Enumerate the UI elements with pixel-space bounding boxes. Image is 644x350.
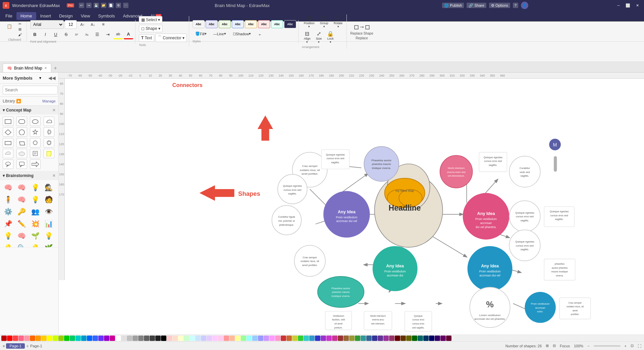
text-node-bottom-3[interactable]: Quisque cursus eros cursus-eros sed sagi… [405, 311, 432, 332]
size-button[interactable]: ⤢ Size ▾ [314, 30, 324, 44]
color-swatch[interactable] [349, 336, 355, 341]
bullet-list-button[interactable]: ☰ [93, 30, 102, 39]
page-tab-button[interactable]: Page-1 [6, 343, 24, 349]
plant-icon[interactable]: 🌱 [30, 230, 41, 241]
color-swatch[interactable] [258, 336, 263, 341]
color-swatch[interactable] [98, 336, 104, 341]
node-s4[interactable]: Curabitur ligula est, pulvinar ut pellen… [272, 206, 302, 235]
menu-home[interactable]: Home [16, 12, 36, 20]
menu-insert[interactable]: Insert [36, 12, 55, 20]
increase-font-button[interactable]: A↑ [78, 20, 87, 29]
shape-star[interactable] [30, 127, 41, 137]
redo-button[interactable]: ↪ [86, 3, 92, 8]
text-node-3[interactable]: Quisque egestas cursus eros sed sagittis… [544, 207, 574, 227]
color-swatch[interactable] [132, 336, 138, 341]
color-swatch[interactable] [361, 336, 366, 341]
shape-circle[interactable] [16, 127, 27, 137]
add-page-button[interactable]: + [26, 343, 29, 349]
color-swatch[interactable] [41, 336, 47, 341]
node-n3[interactable]: Any Idea Proin vestibulum accmsan dui [373, 246, 418, 291]
lightbulb-icon-3[interactable]: 💡 [3, 230, 13, 241]
node-s10[interactable]: Phasellus auctor pharetrs mauris trostiq… [318, 276, 364, 307]
shape-oval2[interactable] [16, 149, 27, 158]
person-icon-2[interactable]: 🧍 [3, 194, 13, 205]
underline-button[interactable]: U [51, 30, 60, 39]
color-swatch[interactable] [161, 336, 166, 341]
font-color-button[interactable]: A [124, 30, 133, 39]
expand-styles-button[interactable]: ⌄ [255, 29, 264, 39]
silhouette-icon[interactable]: 🧑 [44, 194, 54, 205]
lock-button[interactable]: 🔒 Lock ▾ [325, 30, 336, 44]
color-swatch[interactable] [224, 336, 229, 341]
color-swatch[interactable] [229, 336, 235, 341]
color-swatch[interactable] [127, 336, 132, 341]
node-n2[interactable]: Any Idea Proin vestibulum accmsan dui ve… [463, 193, 509, 240]
format-painter-button[interactable]: 🖌 [15, 32, 24, 37]
idea-icon[interactable]: 💡 [44, 230, 54, 241]
color-swatch[interactable] [423, 336, 429, 341]
select-dropdown[interactable]: ▦ Select ▾ [139, 16, 162, 24]
color-swatch[interactable] [13, 336, 18, 341]
gear-brain-icon[interactable]: ⚙️ [3, 206, 13, 217]
color-swatch[interactable] [104, 336, 109, 341]
color-swatch[interactable] [321, 336, 326, 341]
color-swatch[interactable] [292, 336, 298, 341]
style-swatch-2[interactable]: Abc [206, 20, 218, 28]
subscript-button[interactable]: X₂ [82, 30, 92, 39]
color-swatch[interactable] [281, 336, 286, 341]
color-swatch[interactable] [144, 336, 149, 341]
menu-symbols[interactable]: Symbols [94, 12, 119, 20]
bold-button[interactable]: B [30, 30, 40, 39]
yellow-bulb-icon[interactable]: 💡 [30, 243, 41, 247]
share-button[interactable]: 🔗 Share [467, 3, 486, 8]
shape-dropdown[interactable]: ◻ Shape ▾ [139, 25, 163, 32]
diagram-tab[interactable]: 🧠 Brain Mind Map ✕ [3, 63, 51, 72]
color-swatch[interactable] [309, 336, 315, 341]
color-swatch[interactable] [400, 336, 406, 341]
color-swatch[interactable] [435, 336, 440, 341]
search-brain-icon[interactable]: 🔍 [16, 243, 27, 247]
node-n1[interactable]: Any Idea Proin vestibulum accmsan dui ve… [323, 191, 370, 238]
shape-rounded-rect[interactable] [16, 117, 27, 126]
shadow-button[interactable]: ◻ Shadow ▾ [230, 29, 254, 39]
color-swatch[interactable] [412, 336, 417, 341]
user-avatar[interactable]: 👤 [521, 2, 528, 9]
shape-cloud2[interactable] [3, 149, 13, 158]
position-button[interactable]: ⊞ Position ▾ [302, 14, 317, 29]
brain-icon-1[interactable]: 🧠 [3, 182, 13, 193]
shape-burst2[interactable] [30, 138, 41, 147]
color-swatch[interactable] [440, 336, 446, 341]
decrease-font-button[interactable]: A↓ [88, 20, 98, 29]
menu-view[interactable]: View [77, 12, 94, 20]
font-size-input[interactable] [65, 20, 77, 29]
color-swatch[interactable] [304, 336, 309, 341]
copy-button[interactable]: ⊞ [15, 27, 24, 32]
color-swatch[interactable] [395, 336, 400, 341]
brain-icon-2[interactable]: 🧠 [16, 182, 27, 193]
zoom-control[interactable]: 100% [574, 344, 583, 348]
shape-parallelogram[interactable] [16, 138, 27, 147]
color-swatch[interactable] [201, 336, 206, 341]
color-swatch[interactable] [110, 336, 115, 341]
shape-callout1[interactable] [3, 160, 13, 169]
color-swatch[interactable] [383, 336, 389, 341]
color-swatch[interactable] [36, 336, 41, 341]
minimize-button[interactable]: ─ [614, 2, 623, 9]
fill-button[interactable]: 🪣 Fill ▾ [193, 29, 209, 39]
color-swatch[interactable] [190, 336, 195, 341]
color-swatch[interactable] [47, 336, 52, 341]
settings-button[interactable]: ⚙ [116, 3, 121, 8]
color-swatch[interactable] [150, 336, 155, 341]
color-swatch[interactable] [366, 336, 372, 341]
superscript-button[interactable]: X² [72, 30, 81, 39]
color-swatch[interactable] [286, 336, 292, 341]
sidebar-collapse-button[interactable]: ◀◀ [48, 75, 56, 81]
lightbulb-icon-2[interactable]: 💡 [30, 194, 41, 205]
color-swatch[interactable] [155, 336, 161, 341]
shape-callout2[interactable] [16, 160, 27, 169]
color-swatch[interactable] [58, 336, 64, 341]
color-swatch[interactable] [355, 336, 360, 341]
node-s3[interactable]: Quisque egestas cursus eros sed sagittis… [278, 174, 307, 204]
color-swatch[interactable] [247, 336, 252, 341]
zoom-slider[interactable] [594, 345, 621, 347]
